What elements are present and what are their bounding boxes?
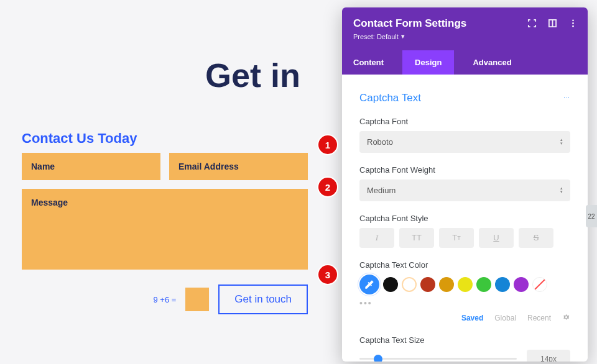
color-settings-icon[interactable] <box>562 313 570 323</box>
weight-label: Captcha Font Weight <box>359 165 570 175</box>
weight-value: Medium <box>367 186 396 195</box>
select-caret-icon <box>560 186 563 194</box>
color-swatch[interactable] <box>514 277 529 292</box>
captcha-equation: 9 +6 = <box>153 295 176 304</box>
style-uppercase-button[interactable]: TT <box>399 228 434 248</box>
color-label: Captcha Text Color <box>359 260 570 270</box>
contact-heading: Contact Us Today <box>22 130 137 147</box>
color-swatch[interactable] <box>420 277 435 292</box>
name-field[interactable] <box>22 153 160 180</box>
annotation-badge-2: 2 <box>318 178 337 196</box>
panel-tabs: Content Design Advanced <box>342 50 588 75</box>
section-title[interactable]: Captcha Text <box>359 92 421 104</box>
color-tab-global[interactable]: Global <box>494 314 516 322</box>
submit-button[interactable]: Get in touch <box>218 284 308 314</box>
color-tab-recent[interactable]: Recent <box>527 314 551 322</box>
svg-point-1 <box>572 22 574 24</box>
style-italic-button[interactable]: I <box>359 228 394 248</box>
color-swatch[interactable] <box>439 277 454 292</box>
color-tab-saved[interactable]: Saved <box>461 314 483 322</box>
annotation-badge-3: 3 <box>318 265 337 284</box>
color-picker-active[interactable] <box>359 275 379 294</box>
edge-tab[interactable]: 22 <box>586 205 597 227</box>
weight-select[interactable]: Medium <box>359 180 570 201</box>
style-underline-button[interactable]: U <box>479 228 514 248</box>
svg-point-2 <box>572 25 574 27</box>
select-caret-icon <box>560 138 563 145</box>
color-swatches <box>359 275 570 294</box>
font-label: Captcha Font <box>359 117 570 126</box>
contact-form: 9 +6 = Get in touch <box>22 153 308 314</box>
section-menu-icon[interactable]: ⋮ <box>563 94 570 102</box>
tab-design[interactable]: Design <box>402 50 454 75</box>
more-colors-icon[interactable]: ••• <box>359 298 570 308</box>
more-icon[interactable] <box>568 19 578 30</box>
slider-thumb[interactable] <box>374 355 382 362</box>
size-slider[interactable] <box>359 358 517 360</box>
color-swatch[interactable] <box>383 277 398 292</box>
chevron-down-icon: ▾ <box>401 32 405 40</box>
color-swatch[interactable] <box>402 277 417 292</box>
columns-icon[interactable] <box>548 19 557 30</box>
expand-icon[interactable] <box>527 19 537 30</box>
font-value: Roboto <box>367 137 393 147</box>
font-select[interactable]: Roboto <box>359 131 570 153</box>
color-swatch-none[interactable] <box>532 277 547 292</box>
preset-selector[interactable]: Preset: Default ▾ <box>353 32 405 40</box>
size-value[interactable]: 14px <box>527 350 570 362</box>
style-strikethrough-button[interactable]: S <box>519 228 553 248</box>
annotation-badge-1: 1 <box>318 135 337 154</box>
size-label: Captcha Text Size <box>359 335 570 345</box>
page-hero-title: Get in <box>205 56 300 94</box>
svg-point-0 <box>572 19 574 21</box>
email-field[interactable] <box>169 153 308 180</box>
color-swatch[interactable] <box>495 277 510 292</box>
style-label: Captcha Font Style <box>359 214 570 223</box>
tab-advanced[interactable]: Advanced <box>454 50 524 75</box>
captcha-input[interactable] <box>185 288 209 311</box>
settings-panel: Contact Form Settings Preset: Default ▾ … <box>342 7 588 362</box>
tab-content[interactable]: Content <box>342 50 402 75</box>
style-smallcaps-button[interactable]: TT <box>439 228 474 248</box>
eyedropper-icon <box>364 280 374 289</box>
color-swatch[interactable] <box>458 277 473 292</box>
message-field[interactable] <box>22 189 308 270</box>
color-swatch[interactable] <box>476 277 491 292</box>
